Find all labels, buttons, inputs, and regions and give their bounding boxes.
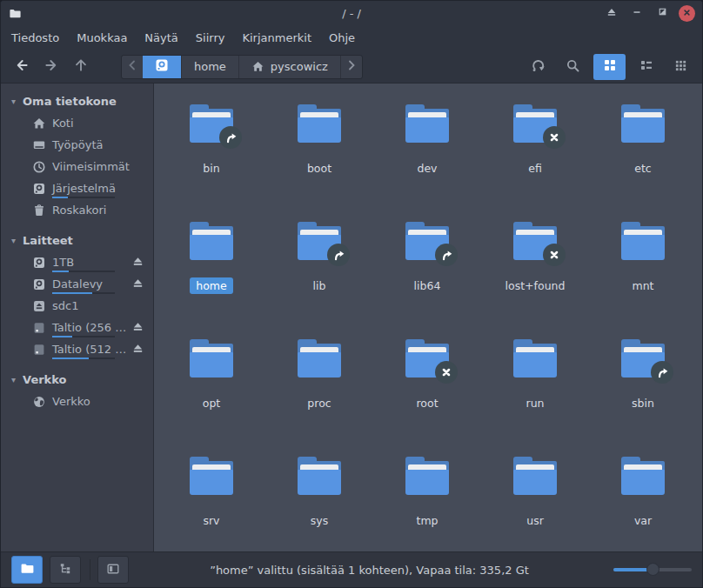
places-pane-button[interactable] [11, 556, 43, 584]
file-item-etc[interactable]: etc [589, 95, 697, 212]
shade-button[interactable] [603, 4, 620, 22]
file-item-efi[interactable]: efi [481, 95, 589, 212]
sidebar-item-viimeisimm-t[interactable]: Viimeisimmät [1, 156, 153, 177]
file-name: tmp [410, 512, 444, 529]
section-label: Oma tietokone [23, 95, 117, 108]
close-button[interactable] [679, 5, 695, 22]
file-view[interactable]: binbootdevefietchomeliblib64lost+foundmn… [154, 84, 702, 551]
directory-tree-button[interactable] [50, 556, 81, 584]
file-item-proc[interactable]: proc [265, 330, 373, 447]
folder-icon [190, 222, 233, 260]
file-item-var[interactable]: var [589, 447, 697, 565]
breadcrumb-segment-root[interactable] [143, 56, 181, 78]
file-item-run[interactable]: run [481, 330, 589, 447]
breadcrumb-segment-pyscowicz[interactable]: pyscowicz [238, 56, 340, 78]
file-name: etc [628, 160, 657, 177]
sidebar-item-taltio-512[interactable]: Taltio (512 … [1, 338, 153, 360]
file-item-dev[interactable]: dev [373, 95, 481, 212]
file-item-sbin[interactable]: sbin [589, 330, 697, 447]
folder-icon [405, 339, 449, 378]
file-item-lib[interactable]: lib [265, 212, 373, 330]
file-item-lost-found[interactable]: lost+found [481, 212, 589, 330]
breadcrumb-scroll-right-button[interactable] [340, 56, 362, 78]
menu-tiedosto[interactable]: Tiedosto [3, 28, 68, 48]
eject-button[interactable] [130, 320, 145, 335]
home-icon [31, 117, 46, 130]
file-item-root[interactable]: root [373, 330, 481, 447]
file-item-lib64[interactable]: lib64 [373, 212, 481, 330]
menu-n-yt[interactable]: Näytä [136, 28, 186, 48]
file-name: home [190, 277, 232, 294]
search-button[interactable] [559, 55, 586, 79]
zoom-slider[interactable] [613, 561, 692, 578]
up-button[interactable] [69, 55, 93, 79]
minimize-icon [631, 6, 643, 21]
folder-icon [621, 104, 665, 143]
window-controls [603, 4, 695, 22]
sidebar-item-sdc1[interactable]: sdc1 [1, 295, 153, 317]
file-name: efi [522, 160, 548, 177]
side-pane-toggle-icon [106, 562, 120, 578]
titlebar[interactable]: / - / [1, 1, 702, 25]
file-item-home[interactable]: home [157, 212, 265, 330]
sidebar-item-ty-p-yt[interactable]: Työpöytä [1, 134, 153, 156]
back-button[interactable] [10, 55, 34, 79]
sidebar-item-1tb[interactable]: 1TB [1, 251, 153, 273]
eject-icon [131, 320, 144, 336]
breadcrumb-segment-home[interactable]: home [181, 56, 238, 78]
file-item-mnt[interactable]: mnt [589, 212, 697, 330]
zoom-slider-handle[interactable] [646, 563, 659, 576]
menu-siirry[interactable]: Siirry [187, 28, 234, 48]
sidebar-item-taltio-256[interactable]: Taltio (256 … [1, 317, 153, 338]
no-access-emblem-icon [435, 361, 458, 384]
file-item-bin[interactable]: bin [157, 95, 265, 212]
breadcrumb-label: home [194, 60, 226, 73]
eject-button[interactable] [130, 255, 145, 270]
section-label: Laitteet [23, 234, 73, 247]
bottom-bar-separator [90, 559, 90, 580]
menubar: TiedostoMuokkaaNäytäSiirryKirjanmerkitOh… [1, 25, 702, 50]
drive-icon [31, 277, 46, 291]
sidebar-section-header[interactable]: ▾Laitteet [1, 230, 153, 251]
sidebar-item-datalevy[interactable]: Datalevy [1, 273, 153, 295]
list-view-button[interactable] [633, 55, 659, 79]
removable-icon [31, 299, 46, 313]
sidebar-section-header[interactable]: ▾Oma tietokone [1, 90, 153, 112]
menu-muokkaa[interactable]: Muokkaa [68, 28, 136, 48]
forward-button[interactable] [39, 55, 64, 79]
file-item-sys[interactable]: sys [265, 447, 373, 565]
side-pane-toggle-button[interactable] [97, 556, 129, 584]
flash-icon [31, 343, 46, 357]
file-item-boot[interactable]: boot [265, 95, 373, 212]
menu-kirjanmerkit[interactable]: Kirjanmerkit [233, 28, 320, 48]
file-name: bin [197, 160, 225, 177]
sidebar-item-koti[interactable]: Koti [1, 112, 153, 134]
file-item-opt[interactable]: opt [157, 330, 265, 447]
icon-view-button[interactable] [593, 54, 626, 80]
file-item-tmp[interactable]: tmp [373, 447, 481, 565]
expander-icon: ▾ [11, 375, 16, 384]
sidebar-item-roskakori[interactable]: Roskakori [1, 199, 153, 221]
drive-icon [155, 58, 169, 75]
menu-ohje[interactable]: Ohje [320, 28, 364, 48]
eject-button[interactable] [130, 277, 145, 291]
sidebar-item-j-rjestelm[interactable]: Järjestelmä [1, 177, 153, 199]
no-access-emblem-icon [543, 126, 566, 149]
sidebar-section-oma-tietokone: ▾Oma tietokoneKotiTyöpöytäViimeisimmätJä… [1, 90, 153, 221]
trash-icon [31, 204, 46, 217]
compact-view-button[interactable] [667, 55, 693, 79]
places-sidebar: ▾Oma tietokoneKotiTyöpöytäViimeisimmätJä… [1, 84, 154, 551]
sidebar-item-verkko[interactable]: Verkko [1, 391, 153, 412]
expander-icon: ▾ [11, 236, 16, 245]
sidebar-section-header[interactable]: ▾Verkko [1, 369, 153, 391]
breadcrumb-scroll-left-button[interactable] [122, 56, 143, 78]
status-text: ”home” valittu (sisältää 1 kohteen), Vap… [136, 564, 603, 577]
file-item-srv[interactable]: srv [157, 447, 265, 565]
eject-button[interactable] [130, 342, 145, 357]
folder-icon [513, 104, 557, 143]
restore-button[interactable] [653, 4, 671, 22]
reload-button[interactable] [526, 55, 552, 79]
file-item-usr[interactable]: usr [481, 447, 589, 565]
minimize-button[interactable] [628, 4, 646, 22]
sidebar-item-label: Koti [52, 117, 74, 130]
